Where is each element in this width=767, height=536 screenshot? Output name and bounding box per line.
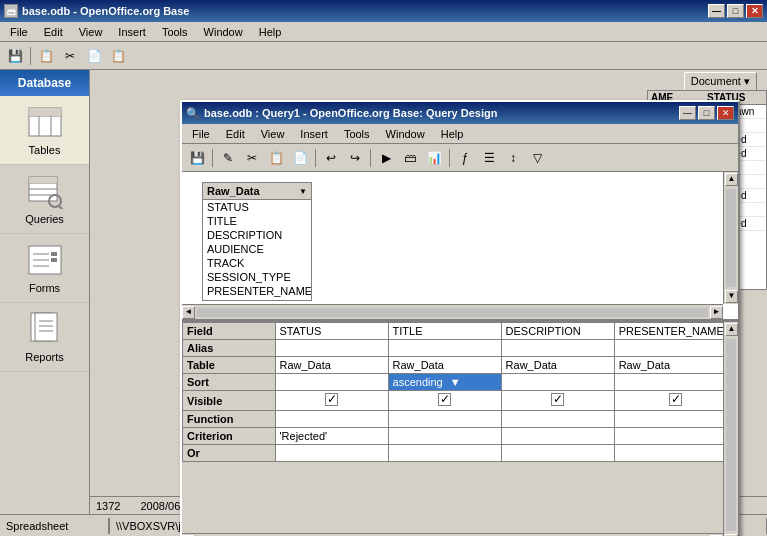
query-save-btn[interactable]: 💾 xyxy=(186,147,208,169)
outer-menu-view[interactable]: View xyxy=(73,24,109,40)
outer-menu-file[interactable]: File xyxy=(4,24,34,40)
sidebar-item-tables[interactable]: Tables xyxy=(0,96,89,165)
checkbox-visible-status[interactable] xyxy=(325,393,338,406)
grid-table-presenter[interactable]: Raw_Data xyxy=(614,357,737,374)
grid-alias-description[interactable] xyxy=(501,340,614,357)
query-field-btn[interactable]: 📊 xyxy=(423,147,445,169)
outer-menu-insert[interactable]: Insert xyxy=(112,24,152,40)
grid-or-presenter[interactable] xyxy=(614,445,737,462)
grid-sort-description[interactable] xyxy=(501,374,614,391)
grid-vscroll[interactable]: ▲ ▼ xyxy=(723,322,738,536)
field-status[interactable]: STATUS xyxy=(203,200,311,214)
table-box-scroll-btn[interactable]: ▼ xyxy=(299,187,307,196)
grid-sort-status[interactable] xyxy=(275,374,388,391)
checkbox-visible-title[interactable] xyxy=(438,393,451,406)
outer-menu-tools[interactable]: Tools xyxy=(156,24,194,40)
query-top-vscroll[interactable]: ▲ ▼ xyxy=(723,172,738,304)
toolbar-btn-4[interactable]: 📄 xyxy=(83,45,105,67)
query-paste-btn[interactable]: 📄 xyxy=(289,147,311,169)
grid-alias-title[interactable] xyxy=(388,340,501,357)
query-maximize-button[interactable]: □ xyxy=(698,106,715,120)
query-menu-window[interactable]: Window xyxy=(380,126,431,142)
query-sort-btn[interactable]: ↕ xyxy=(502,147,524,169)
query-menu-insert[interactable]: Insert xyxy=(294,126,334,142)
outer-maximize-button[interactable]: □ xyxy=(727,4,744,18)
field-description[interactable]: DESCRIPTION xyxy=(203,228,311,242)
outer-menu-edit[interactable]: Edit xyxy=(38,24,69,40)
outer-menu-window[interactable]: Window xyxy=(198,24,249,40)
grid-visible-description[interactable] xyxy=(501,391,614,411)
outer-minimize-button[interactable]: — xyxy=(708,4,725,18)
toolbar-btn-1[interactable]: 💾 xyxy=(4,45,26,67)
grid-or-status[interactable] xyxy=(275,445,388,462)
query-menu-help[interactable]: Help xyxy=(435,126,470,142)
query-run-btn[interactable]: ▶ xyxy=(375,147,397,169)
grid-field-presenter[interactable]: PRESENTER_NAME xyxy=(614,323,737,340)
grid-field-description[interactable]: DESCRIPTION xyxy=(501,323,614,340)
sidebar-item-queries[interactable]: Queries xyxy=(0,165,89,234)
grid-criterion-presenter[interactable] xyxy=(614,428,737,445)
grid-function-status[interactable] xyxy=(275,411,388,428)
grid-function-description[interactable] xyxy=(501,411,614,428)
query-func-btn[interactable]: ƒ xyxy=(454,147,476,169)
field-session-type[interactable]: SESSION_TYPE xyxy=(203,270,311,284)
grid-visible-presenter[interactable] xyxy=(614,391,737,411)
grid-vscroll-up[interactable]: ▲ xyxy=(725,323,738,336)
toolbar-btn-2[interactable]: 📋 xyxy=(35,45,57,67)
hscroll-left-btn[interactable]: ◄ xyxy=(182,306,195,319)
query-redo-btn[interactable]: ↪ xyxy=(344,147,366,169)
query-menu-file[interactable]: File xyxy=(186,126,216,142)
query-cut-btn[interactable]: ✂ xyxy=(241,147,263,169)
query-view-btn[interactable]: ☰ xyxy=(478,147,500,169)
outer-menu-help[interactable]: Help xyxy=(253,24,288,40)
grid-visible-status[interactable] xyxy=(275,391,388,411)
query-copy-btn[interactable]: 📋 xyxy=(265,147,287,169)
field-track[interactable]: TRACK xyxy=(203,256,311,270)
sidebar-item-reports[interactable]: Reports xyxy=(0,303,89,372)
query-menu-tools[interactable]: Tools xyxy=(338,126,376,142)
query-top-hscroll[interactable]: ◄ ► xyxy=(182,304,723,319)
query-undo-btn[interactable]: ↩ xyxy=(320,147,342,169)
query-filter-btn[interactable]: ▽ xyxy=(526,147,548,169)
toolbar-btn-5[interactable]: 📋 xyxy=(107,45,129,67)
checkbox-visible-presenter[interactable] xyxy=(669,393,682,406)
grid-alias-status[interactable] xyxy=(275,340,388,357)
field-biography[interactable]: BIOGRAPHY xyxy=(203,298,311,300)
query-menu-view[interactable]: View xyxy=(255,126,291,142)
grid-row-field: Field STATUS TITLE DESCRIPTION PRESENTER… xyxy=(183,323,738,340)
query-minimize-button[interactable]: — xyxy=(679,106,696,120)
grid-function-title[interactable] xyxy=(388,411,501,428)
vscroll-down-btn[interactable]: ▼ xyxy=(725,290,738,303)
field-title[interactable]: TITLE xyxy=(203,214,311,228)
grid-criterion-status[interactable]: 'Rejected' xyxy=(275,428,388,445)
query-menu-edit[interactable]: Edit xyxy=(220,126,251,142)
grid-alias-presenter[interactable] xyxy=(614,340,737,357)
grid-field-status[interactable]: STATUS xyxy=(275,323,388,340)
grid-table-status[interactable]: Raw_Data xyxy=(275,357,388,374)
grid-visible-title[interactable] xyxy=(388,391,501,411)
table-box-fields[interactable]: STATUS TITLE DESCRIPTION AUDIENCE TRACK … xyxy=(203,200,311,300)
document-dropdown[interactable]: Document ▾ xyxy=(684,72,757,91)
grid-or-title[interactable] xyxy=(388,445,501,462)
sidebar-item-forms[interactable]: Forms xyxy=(0,234,89,303)
hscroll-right-btn[interactable]: ► xyxy=(710,306,723,319)
grid-sort-presenter[interactable] xyxy=(614,374,737,391)
query-close-button[interactable]: ✕ xyxy=(717,106,734,120)
field-presenter-name[interactable]: PRESENTER_NAME xyxy=(203,284,311,298)
toolbar-btn-3[interactable]: ✂ xyxy=(59,45,81,67)
sidebar: Database Tables xyxy=(0,70,90,536)
grid-table-title[interactable]: Raw_Data xyxy=(388,357,501,374)
grid-table-description[interactable]: Raw_Data xyxy=(501,357,614,374)
field-audience[interactable]: AUDIENCE xyxy=(203,242,311,256)
grid-criterion-description[interactable] xyxy=(501,428,614,445)
checkbox-visible-description[interactable] xyxy=(551,393,564,406)
grid-or-description[interactable] xyxy=(501,445,614,462)
grid-function-presenter[interactable] xyxy=(614,411,737,428)
query-edit-btn[interactable]: ✎ xyxy=(217,147,239,169)
outer-close-button[interactable]: ✕ xyxy=(746,4,763,18)
vscroll-up-btn[interactable]: ▲ xyxy=(725,173,738,186)
grid-field-title[interactable]: TITLE xyxy=(388,323,501,340)
grid-sort-title[interactable]: ascending ▼ xyxy=(388,374,501,391)
query-table-btn[interactable]: 🗃 xyxy=(399,147,421,169)
grid-criterion-title[interactable] xyxy=(388,428,501,445)
